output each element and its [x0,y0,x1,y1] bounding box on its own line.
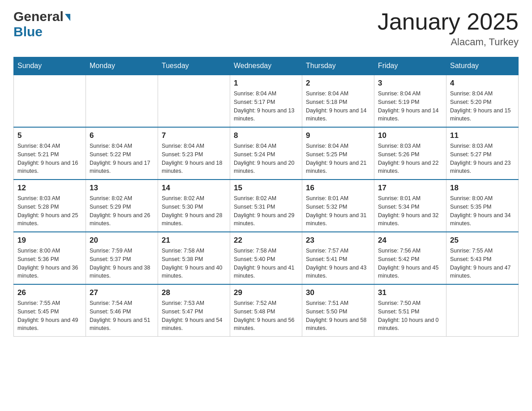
logo-triangle-icon [65,14,70,21]
calendar-cell: 26Sunrise: 7:55 AMSunset: 5:45 PMDayligh… [14,284,86,337]
day-number: 23 [306,236,370,245]
day-number: 25 [450,236,515,245]
day-info: Sunrise: 8:01 AMSunset: 5:32 PMDaylight:… [306,194,370,228]
title-section: January 2025 Alacam, Turkey [378,9,519,48]
calendar-cell [446,284,519,337]
page-header: General Blue January 2025 Alacam, Turkey [13,9,519,48]
calendar-cell: 11Sunrise: 8:03 AMSunset: 5:27 PMDayligh… [446,127,519,180]
day-info: Sunrise: 8:01 AMSunset: 5:34 PMDaylight:… [378,194,442,228]
calendar-cell: 4Sunrise: 8:04 AMSunset: 5:20 PMDaylight… [446,75,519,127]
logo-blue-text: Blue [13,24,43,39]
day-info: Sunrise: 8:04 AMSunset: 5:23 PMDaylight:… [162,142,226,176]
calendar-cell: 31Sunrise: 7:50 AMSunset: 5:51 PMDayligh… [374,284,446,337]
day-number: 5 [17,131,82,140]
day-number: 28 [162,288,226,297]
day-number: 22 [234,236,298,245]
calendar-cell: 5Sunrise: 8:04 AMSunset: 5:21 PMDaylight… [14,127,86,180]
day-info: Sunrise: 8:03 AMSunset: 5:26 PMDaylight:… [378,142,442,176]
day-number: 17 [378,184,442,193]
day-info: Sunrise: 8:04 AMSunset: 5:17 PMDaylight:… [234,90,298,123]
calendar-cell: 15Sunrise: 8:02 AMSunset: 5:31 PMDayligh… [230,180,302,232]
day-info: Sunrise: 8:04 AMSunset: 5:19 PMDaylight:… [378,90,442,123]
calendar-cell: 3Sunrise: 8:04 AMSunset: 5:19 PMDaylight… [374,75,446,127]
day-number: 19 [17,236,82,245]
calendar-cell: 7Sunrise: 8:04 AMSunset: 5:23 PMDaylight… [158,127,230,180]
day-number: 6 [90,131,154,140]
calendar-cell: 30Sunrise: 7:51 AMSunset: 5:50 PMDayligh… [302,284,374,337]
day-number: 12 [17,184,82,193]
day-info: Sunrise: 8:04 AMSunset: 5:25 PMDaylight:… [306,142,370,176]
calendar-title: January 2025 [378,9,519,34]
day-info: Sunrise: 8:00 AMSunset: 5:35 PMDaylight:… [450,194,515,228]
day-info: Sunrise: 7:50 AMSunset: 5:51 PMDaylight:… [378,299,442,333]
logo: General Blue [13,9,70,39]
logo-general-text: General [13,9,64,24]
day-info: Sunrise: 7:55 AMSunset: 5:43 PMDaylight:… [450,247,515,280]
day-number: 13 [90,184,154,193]
calendar-cell: 24Sunrise: 7:56 AMSunset: 5:42 PMDayligh… [374,232,446,284]
day-number: 7 [162,131,226,140]
calendar-cell: 16Sunrise: 8:01 AMSunset: 5:32 PMDayligh… [302,180,374,232]
day-number: 2 [306,79,370,88]
calendar-cell: 21Sunrise: 7:58 AMSunset: 5:38 PMDayligh… [158,232,230,284]
day-number: 30 [306,288,370,297]
calendar-cell: 6Sunrise: 8:04 AMSunset: 5:22 PMDaylight… [86,127,158,180]
day-info: Sunrise: 8:00 AMSunset: 5:36 PMDaylight:… [17,247,82,280]
day-info: Sunrise: 7:54 AMSunset: 5:46 PMDaylight:… [90,299,154,333]
column-header-thursday: Thursday [302,57,374,75]
calendar-table: SundayMondayTuesdayWednesdayThursdayFrid… [13,57,519,337]
column-header-tuesday: Tuesday [158,57,230,75]
calendar-cell: 8Sunrise: 8:04 AMSunset: 5:24 PMDaylight… [230,127,302,180]
calendar-cell: 17Sunrise: 8:01 AMSunset: 5:34 PMDayligh… [374,180,446,232]
week-row-5: 26Sunrise: 7:55 AMSunset: 5:45 PMDayligh… [14,284,519,337]
column-header-friday: Friday [374,57,446,75]
day-number: 9 [306,131,370,140]
day-number: 18 [450,184,515,193]
calendar-cell: 25Sunrise: 7:55 AMSunset: 5:43 PMDayligh… [446,232,519,284]
calendar-cell [14,75,86,127]
day-number: 27 [90,288,154,297]
day-number: 29 [234,288,298,297]
day-info: Sunrise: 8:04 AMSunset: 5:22 PMDaylight:… [90,142,154,176]
day-info: Sunrise: 7:59 AMSunset: 5:37 PMDaylight:… [90,247,154,280]
day-info: Sunrise: 8:02 AMSunset: 5:30 PMDaylight:… [162,194,226,228]
calendar-cell: 18Sunrise: 8:00 AMSunset: 5:35 PMDayligh… [446,180,519,232]
day-info: Sunrise: 7:55 AMSunset: 5:45 PMDaylight:… [17,299,82,333]
day-number: 10 [378,131,442,140]
day-number: 15 [234,184,298,193]
day-info: Sunrise: 7:58 AMSunset: 5:40 PMDaylight:… [234,247,298,280]
calendar-cell: 19Sunrise: 8:00 AMSunset: 5:36 PMDayligh… [14,232,86,284]
calendar-cell: 28Sunrise: 7:53 AMSunset: 5:47 PMDayligh… [158,284,230,337]
day-number: 3 [378,79,442,88]
day-number: 11 [450,131,515,140]
calendar-cell: 29Sunrise: 7:52 AMSunset: 5:48 PMDayligh… [230,284,302,337]
day-number: 26 [17,288,82,297]
calendar-subtitle: Alacam, Turkey [378,36,519,48]
calendar-cell: 13Sunrise: 8:02 AMSunset: 5:29 PMDayligh… [86,180,158,232]
column-header-wednesday: Wednesday [230,57,302,75]
calendar-cell: 10Sunrise: 8:03 AMSunset: 5:26 PMDayligh… [374,127,446,180]
day-number: 21 [162,236,226,245]
calendar-cell [158,75,230,127]
day-info: Sunrise: 8:04 AMSunset: 5:20 PMDaylight:… [450,90,515,123]
calendar-cell: 23Sunrise: 7:57 AMSunset: 5:41 PMDayligh… [302,232,374,284]
calendar-cell: 20Sunrise: 7:59 AMSunset: 5:37 PMDayligh… [86,232,158,284]
day-info: Sunrise: 7:52 AMSunset: 5:48 PMDaylight:… [234,299,298,333]
day-info: Sunrise: 8:04 AMSunset: 5:21 PMDaylight:… [17,142,82,176]
day-number: 4 [450,79,515,88]
day-info: Sunrise: 7:58 AMSunset: 5:38 PMDaylight:… [162,247,226,280]
week-row-4: 19Sunrise: 8:00 AMSunset: 5:36 PMDayligh… [14,232,519,284]
day-number: 24 [378,236,442,245]
column-header-saturday: Saturday [446,57,519,75]
calendar-cell: 22Sunrise: 7:58 AMSunset: 5:40 PMDayligh… [230,232,302,284]
day-number: 31 [378,288,442,297]
column-header-sunday: Sunday [14,57,86,75]
calendar-cell: 9Sunrise: 8:04 AMSunset: 5:25 PMDaylight… [302,127,374,180]
day-number: 1 [234,79,298,88]
week-row-2: 5Sunrise: 8:04 AMSunset: 5:21 PMDaylight… [14,127,519,180]
day-number: 14 [162,184,226,193]
calendar-cell [86,75,158,127]
day-info: Sunrise: 7:57 AMSunset: 5:41 PMDaylight:… [306,247,370,280]
calendar-cell: 1Sunrise: 8:04 AMSunset: 5:17 PMDaylight… [230,75,302,127]
column-header-monday: Monday [86,57,158,75]
